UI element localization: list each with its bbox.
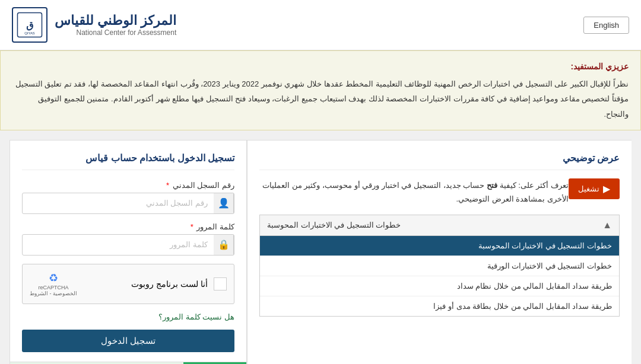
required-star-pw: *	[191, 222, 193, 231]
video-title-bar[interactable]: ▲ خطوات التسجيل في الاختبارات المحوسبة	[259, 215, 620, 236]
logo-area: المركز الوطني للقياس National Center for…	[12, 7, 176, 43]
login-panel: تسجيل الدخول باستخدام حساب قياس رقم السج…	[9, 140, 247, 364]
required-star-id: *	[166, 181, 169, 190]
video-title-text: خطوات التسجيل في الاختبارات المحوسبة	[267, 221, 401, 229]
svg-text:ق: ق	[26, 20, 33, 31]
dropdown-item-0[interactable]: خطوات التسجيل في الاختبارات المحوسبة	[260, 236, 619, 256]
captcha-branding: ♻ reCAPTCHA الخصوصية - الشروط	[30, 272, 77, 296]
logo-title-ar: المركز الوطني للقياس	[55, 13, 176, 28]
english-button[interactable]: English	[583, 17, 629, 34]
logo-icon: ق QIYAS	[12, 7, 47, 43]
register-footer: سجل الآن ! ليس لديك حساب في (قياس)	[10, 362, 246, 364]
password-input[interactable]	[23, 235, 214, 254]
civil-id-input-wrapper: 👤	[22, 193, 234, 214]
user-icon: 👤	[214, 193, 234, 213]
notice-body: نظراً للإقبال الكبير على التسجيل في اختب…	[15, 79, 629, 118]
dropdown-list: خطوات التسجيل في الاختبارات المحوسبة خطو…	[259, 236, 620, 317]
password-label: كلمة المرور *	[22, 222, 234, 231]
password-group: كلمة المرور * 🔒	[22, 222, 234, 256]
password-input-wrapper: 🔒	[22, 234, 234, 256]
play-button[interactable]: ▶ تشغيل	[569, 178, 620, 199]
arrow-up-icon: ▲	[602, 220, 612, 231]
svg-text:QIYAS: QIYAS	[24, 31, 35, 35]
captcha-area[interactable]: أنا لست برنامج روبوت ♻ reCAPTCHA الخصوصي…	[22, 264, 234, 304]
demo-title: عرض توضيحي	[259, 152, 620, 170]
captcha-checkbox[interactable]	[214, 277, 227, 290]
recaptcha-privacy: الخصوصية - الشروط	[30, 290, 77, 296]
dropdown-item-2[interactable]: طريقة سداد المقابل المالي من خلال نظام س…	[260, 276, 619, 296]
recaptcha-text: reCAPTCHA	[30, 285, 77, 290]
header: English المركز الوطني للقياس National Ce…	[0, 0, 641, 50]
captcha-left: أنا لست برنامج روبوت	[131, 277, 227, 290]
play-icon: ▶	[603, 183, 610, 194]
demo-description: تعرف أكثر على: كيفية فتح حساب جديد، التس…	[259, 178, 620, 206]
logo-title-en: National Center for Assessment	[55, 28, 176, 37]
dropdown-item-1[interactable]: خطوات التسجيل في الاختبارات الورقية	[260, 256, 619, 276]
logo-text: المركز الوطني للقياس National Center for…	[55, 13, 176, 37]
notice-bar: عزيزي المستفيد: نظراً للإقبال الكبير على…	[0, 50, 641, 130]
civil-id-input[interactable]	[23, 194, 214, 212]
recaptcha-logo-icon: ♻	[30, 272, 77, 285]
lock-icon: 🔒	[214, 235, 234, 255]
demo-highlight: فتح	[487, 181, 497, 190]
dropdown-item-3[interactable]: طريقة سداد المقابل المالي من خلال بطاقة …	[260, 296, 619, 316]
civil-id-label: رقم السجل المدني *	[22, 181, 234, 190]
demo-text-part1: تعرف أكثر على: كيفية	[497, 181, 569, 190]
forgot-password-link[interactable]: هل نسيت كلمة المرور؟	[22, 312, 234, 321]
login-button[interactable]: تسجيل الدخول	[22, 330, 234, 352]
play-label: تشغيل	[578, 184, 599, 193]
main-content: عرض توضيحي ▶ تشغيل تعرف أكثر على: كيفية …	[0, 130, 641, 364]
login-title: تسجيل الدخول باستخدام حساب قياس	[22, 152, 234, 170]
captcha-label: أنا لست برنامج روبوت	[131, 279, 208, 289]
notice-title: عزيزي المستفيد:	[12, 59, 629, 74]
civil-id-group: رقم السجل المدني * 👤	[22, 181, 234, 214]
demo-panel: عرض توضيحي ▶ تشغيل تعرف أكثر على: كيفية …	[247, 140, 632, 364]
